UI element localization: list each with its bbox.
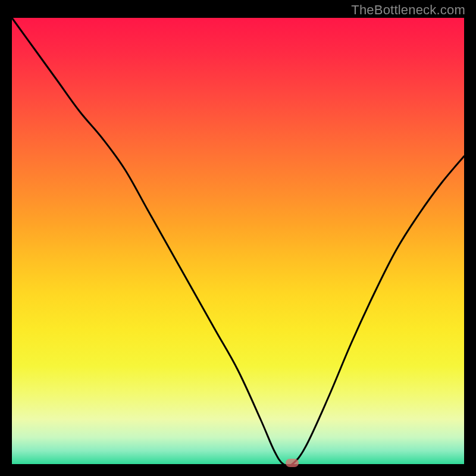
watermark-text: TheBottleneck.com <box>351 2 465 18</box>
optimal-point-marker <box>286 459 299 467</box>
bottleneck-curve <box>12 18 464 464</box>
chart-frame: TheBottleneck.com <box>0 0 476 476</box>
